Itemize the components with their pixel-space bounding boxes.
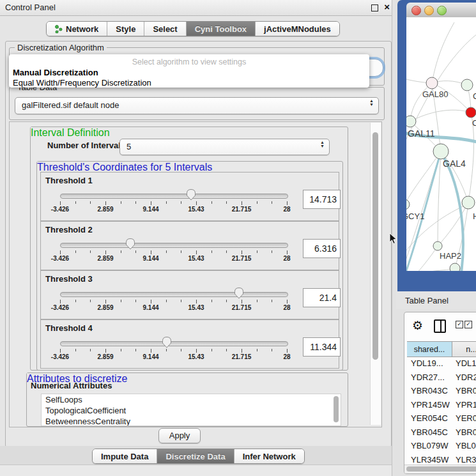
- column-layout-icon[interactable]: [434, 319, 446, 333]
- edge[interactable]: [410, 83, 432, 121]
- horizontal-scrollbar-thumb[interactable]: [406, 466, 476, 472]
- tab-select[interactable]: Select: [144, 22, 185, 36]
- table-row[interactable]: YDL19...YDL1: [407, 357, 476, 371]
- table-row[interactable]: YDR27...YDR2: [407, 371, 476, 385]
- slider-track[interactable]: [60, 243, 288, 248]
- edge[interactable]: [410, 110, 471, 121]
- major-tick: [242, 349, 242, 353]
- network-node[interactable]: [461, 79, 473, 91]
- network-window-titlebar[interactable]: [406, 3, 476, 18]
- node-label: H: [473, 211, 476, 221]
- column-header-shared[interactable]: shared...: [407, 342, 452, 357]
- slider-thumb[interactable]: [233, 286, 245, 299]
- minor-tick: [75, 201, 76, 204]
- minor-tick: [211, 250, 212, 253]
- cell-name: YDL1: [452, 358, 476, 368]
- table-row[interactable]: YBL079WYBL0: [407, 439, 476, 453]
- select-rows-icon[interactable]: ✓: [464, 321, 472, 328]
- minor-tick: [166, 201, 167, 204]
- tick-label: 21.715: [226, 353, 257, 360]
- numerical-attributes-label: Numerical Attributes: [31, 381, 112, 390]
- network-node[interactable]: [462, 196, 475, 209]
- threshold-value-field[interactable]: 21.4: [303, 288, 341, 307]
- dropdown-option-equal-width[interactable]: Equal Width/Frequency Discretization: [13, 78, 151, 88]
- slider-thumb[interactable]: [160, 335, 173, 348]
- numerical-attributes-list[interactable]: SelfLoopsTopologicalCoefficientBetweenne…: [41, 394, 341, 426]
- attribute-item-topologicalcoefficient[interactable]: TopologicalCoefficient: [42, 405, 341, 416]
- network-view-window[interactable]: GAL80GALCGAL11GAL4GCY1HHAP2: [397, 0, 476, 291]
- float-panel-icon[interactable]: [371, 4, 378, 12]
- scrollbar-thumb[interactable]: [372, 132, 378, 360]
- edge[interactable]: [438, 151, 441, 246]
- attribute-item-betweennesscentrality[interactable]: BetweennessCentrality: [42, 416, 341, 426]
- threshold-box-3: Threshold 3-3.4262.8599.14415.4321.71528…: [40, 270, 339, 319]
- number-of-intervals-label: Number of Intervals: [47, 141, 125, 150]
- list-scrollbar[interactable]: [334, 396, 339, 422]
- threshold-value-field[interactable]: 6.316: [303, 239, 341, 258]
- close-button[interactable]: [411, 6, 421, 15]
- minor-tick: [135, 201, 136, 204]
- tab-jactivemnodules[interactable]: jActiveMNodules: [255, 22, 339, 36]
- threshold-label: Threshold 4: [45, 323, 93, 333]
- close-panel-icon[interactable]: ×: [384, 1, 390, 12]
- tab-label: Style: [116, 24, 135, 34]
- table-row[interactable]: YBR043CYBR0: [407, 384, 476, 398]
- network-node[interactable]: [433, 242, 442, 250]
- threshold-value-field[interactable]: 14.713: [303, 190, 341, 209]
- tick-label: 28: [271, 255, 303, 262]
- minor-tick: [135, 250, 136, 253]
- slider-track[interactable]: [60, 292, 288, 297]
- tab-network[interactable]: Network: [47, 22, 107, 36]
- edge[interactable]: [406, 151, 441, 204]
- tab-label: Discretize Data: [165, 452, 225, 461]
- network-node[interactable]: [406, 116, 416, 127]
- network-node[interactable]: [450, 263, 460, 271]
- apply-button[interactable]: Apply: [158, 428, 201, 443]
- network-graph[interactable]: GAL80GALCGAL11GAL4GCY1HHAP2: [406, 17, 476, 271]
- major-tick: [151, 201, 151, 205]
- threshold-value-field[interactable]: 11.344: [303, 337, 341, 357]
- minor-tick: [211, 349, 212, 351]
- network-node[interactable]: [426, 77, 438, 89]
- table-row[interactable]: YBR045CYBR0: [407, 426, 476, 440]
- table-row[interactable]: YER054CYER0: [407, 411, 476, 426]
- network-node[interactable]: [433, 144, 449, 159]
- major-tick: [287, 250, 288, 254]
- major-tick: [60, 300, 61, 303]
- scrollbar-track[interactable]: [370, 123, 381, 425]
- edge[interactable]: [406, 268, 455, 271]
- tab-cyni-toolbox[interactable]: Cyni Toolbox: [186, 22, 255, 36]
- column-header-n[interactable]: n...: [452, 342, 476, 357]
- network-canvas[interactable]: GAL80GALCGAL11GAL4GCY1HHAP2: [406, 17, 476, 271]
- edge[interactable]: [432, 22, 454, 83]
- minor-tick: [166, 250, 167, 253]
- tab-discretize-data[interactable]: Discretize Data: [157, 449, 233, 463]
- cell-name: YDR2: [452, 372, 476, 382]
- select-columns-icon[interactable]: ✓: [456, 321, 463, 328]
- tick-label: 28: [271, 353, 303, 360]
- minimize-button[interactable]: [424, 6, 434, 15]
- major-tick: [287, 201, 288, 205]
- status-strip: [0, 465, 396, 476]
- horizontal-scrollbar[interactable]: [404, 464, 476, 473]
- network-node[interactable]: [406, 199, 410, 210]
- tab-infer-network[interactable]: Infer Network: [234, 449, 304, 463]
- slider-thumb[interactable]: [124, 237, 137, 250]
- slider-thumb[interactable]: [185, 188, 197, 201]
- zoom-button[interactable]: [437, 6, 447, 15]
- settings-gear-icon[interactable]: ⚙: [412, 318, 423, 333]
- minor-tick: [90, 349, 91, 351]
- tab-impute-data[interactable]: Impute Data: [93, 449, 157, 463]
- slider-track[interactable]: [60, 194, 288, 199]
- tab-style[interactable]: Style: [107, 22, 144, 36]
- number-of-intervals-combobox[interactable]: 5 ▲▼: [119, 139, 330, 155]
- slider-track[interactable]: [60, 341, 288, 346]
- table-panel-title: Table Panel: [405, 296, 449, 305]
- network-node[interactable]: [466, 107, 476, 118]
- attribute-item-selfloops[interactable]: SelfLoops: [42, 394, 341, 405]
- threshold-label: Threshold 1: [45, 176, 93, 185]
- dropdown-option-manual[interactable]: Manual Discretization: [13, 68, 98, 77]
- table-row[interactable]: YPR145WYPR1: [407, 398, 476, 412]
- cell-shared-name: YBR043C: [407, 386, 452, 395]
- table-data-combobox[interactable]: galFiltered.sif default node ▲▼: [15, 97, 379, 114]
